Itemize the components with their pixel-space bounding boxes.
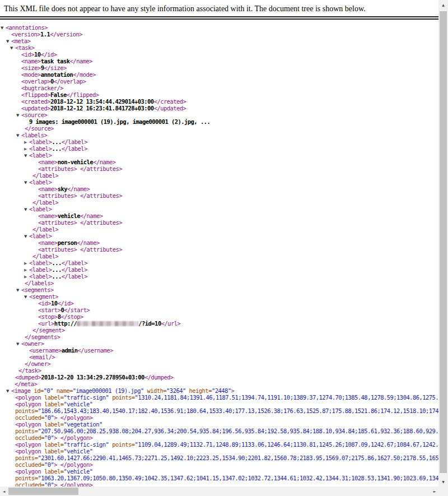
xml-text: /?id=10 bbox=[138, 320, 161, 327]
scroll-left-button[interactable]: ◄ bbox=[0, 486, 8, 496]
expand-arrow-icon[interactable]: ▶ bbox=[24, 146, 29, 152]
xml-line: ▼<task> bbox=[0, 44, 438, 51]
xml-text: annotation bbox=[41, 71, 73, 78]
xml-tag: <label> bbox=[29, 145, 52, 152]
collapse-arrow-icon[interactable]: ▼ bbox=[16, 112, 21, 118]
xml-text: non-vehicle bbox=[58, 159, 94, 165]
xml-tag: <version> bbox=[11, 31, 40, 38]
xml-line: occluded="0"> </polygon> bbox=[0, 434, 438, 441]
xml-attribute-name: label= bbox=[41, 401, 63, 407]
xml-tag: </size> bbox=[44, 64, 66, 71]
collapse-arrow-icon[interactable]: ▼ bbox=[24, 179, 29, 186]
xml-tag: <label> bbox=[29, 206, 52, 212]
xml-line: ▶<label>...</label> bbox=[0, 145, 438, 152]
xml-line: points="186.66,1543.43;183.40,1540.17;18… bbox=[0, 407, 438, 414]
collapse-arrow-icon[interactable]: ▼ bbox=[24, 206, 29, 212]
xml-tag: </version> bbox=[50, 31, 82, 38]
xml-attribute-value: "1063.20,1367.09;1050.80,1350.49;1042.35… bbox=[38, 475, 438, 481]
xml-tag: <task> bbox=[15, 44, 35, 51]
xml-line: 9 images: image000001 (19).jpg, image000… bbox=[0, 118, 438, 125]
xml-attribute-name: points= bbox=[109, 394, 134, 401]
xml-line: <id>10</id> bbox=[0, 300, 438, 307]
xml-attribute-value: "0" bbox=[44, 481, 54, 486]
xml-attribute-name: occluded= bbox=[15, 414, 44, 421]
expand-arrow-icon[interactable]: ▶ bbox=[24, 260, 29, 266]
collapse-arrow-icon[interactable]: ▼ bbox=[10, 45, 15, 51]
xml-tag: <segments> bbox=[21, 286, 54, 293]
xml-tag: <created> bbox=[21, 98, 50, 105]
xml-tag: <stop> bbox=[38, 313, 58, 320]
xml-document-area: This XML file does not appear to have an… bbox=[0, 0, 438, 486]
xml-tag: </label> bbox=[32, 172, 58, 179]
xml-line: ▶<label>...</label> bbox=[0, 138, 438, 145]
xml-tag: <updated> bbox=[21, 105, 50, 112]
xml-attribute-name: label= bbox=[41, 421, 63, 428]
scroll-down-button[interactable]: ▼ bbox=[438, 477, 448, 486]
expand-arrow-icon[interactable]: ▶ bbox=[24, 267, 29, 273]
expand-arrow-icon[interactable]: ▶ bbox=[24, 139, 29, 145]
xml-line: <stop>8</stop> bbox=[0, 313, 438, 320]
xml-line: </label> bbox=[0, 226, 438, 233]
xml-text: ... bbox=[52, 138, 61, 145]
xml-line: ▶<label>...</label> bbox=[0, 259, 438, 266]
xml-attribute-name: points= bbox=[15, 428, 38, 434]
xml-tag: </mode> bbox=[73, 71, 95, 78]
xml-tag: </name> bbox=[67, 186, 90, 192]
xml-text: 2018-12-20 13:34:29.278950+03:00 bbox=[41, 374, 144, 381]
xml-tag: <label> bbox=[29, 273, 52, 280]
xml-line: <polygon label="traffic-sign" points="13… bbox=[0, 394, 438, 401]
scroll-right-button[interactable]: ► bbox=[431, 486, 438, 496]
vertical-scrollbar-thumb[interactable] bbox=[440, 11, 447, 473]
xml-tag: <url> bbox=[38, 320, 54, 327]
xml-tag: </label> bbox=[62, 145, 87, 152]
xml-attribute-value: "2448" bbox=[212, 387, 231, 394]
collapse-arrow-icon[interactable]: ▼ bbox=[16, 341, 21, 347]
xml-text: 9 images: image000001 (19).jpg, image000… bbox=[29, 118, 210, 125]
collapse-arrow-icon[interactable]: ▼ bbox=[16, 132, 21, 138]
horizontal-scrollbar[interactable]: ◄ ► bbox=[0, 486, 438, 496]
xml-tag: <image bbox=[11, 387, 31, 394]
xml-line: <name>person</name> bbox=[0, 239, 438, 246]
redacted-url-blur bbox=[77, 321, 138, 326]
xml-line: </labels> bbox=[0, 280, 438, 286]
collapse-arrow-icon[interactable]: ▼ bbox=[16, 287, 21, 293]
horizontal-scrollbar-thumb[interactable] bbox=[8, 488, 78, 495]
collapse-arrow-icon[interactable]: ▼ bbox=[24, 233, 29, 239]
xml-attribute-name: id= bbox=[31, 387, 44, 394]
xml-attribute-name: label= bbox=[41, 448, 63, 455]
xml-tag: <label> bbox=[29, 179, 52, 186]
xml-tag: </attributes> bbox=[80, 165, 122, 172]
xml-tag: <meta> bbox=[11, 38, 31, 44]
xml-tag: </overlap> bbox=[54, 78, 86, 85]
xml-tag: <name> bbox=[38, 212, 58, 219]
xml-tag: <owner> bbox=[21, 340, 44, 347]
xml-tag: </attributes> bbox=[80, 246, 122, 253]
collapse-arrow-icon[interactable]: ▼ bbox=[1, 25, 6, 31]
xml-tag: <source> bbox=[21, 112, 47, 118]
xml-line: <start>0</start> bbox=[0, 307, 438, 313]
vertical-scrollbar[interactable]: ▲ ▼ bbox=[438, 0, 448, 486]
xml-line: <username>admin</username> bbox=[0, 347, 438, 354]
xml-tag: <attributes> bbox=[38, 165, 77, 172]
xml-line: </meta> bbox=[0, 381, 438, 387]
xml-text: 2018-12-12 13:54:44.429014+03:00 bbox=[50, 98, 154, 105]
xml-tag: </labels> bbox=[25, 280, 54, 286]
collapse-arrow-icon[interactable]: ▼ bbox=[6, 388, 11, 394]
xml-line: ▼<image id="0" name="image000001 (19).jp… bbox=[0, 387, 438, 394]
xml-attribute-name: points= bbox=[15, 475, 38, 481]
xml-text: sky bbox=[58, 186, 67, 192]
xml-line: <name>vehicle</name> bbox=[0, 212, 438, 219]
collapse-arrow-icon[interactable]: ▼ bbox=[6, 38, 11, 44]
scroll-up-icon: ▲ bbox=[442, 3, 445, 7]
xml-line: <overlap>0</overlap> bbox=[0, 78, 438, 85]
xml-attribute-value: "traffic-sign" bbox=[64, 441, 109, 448]
xml-tag: </source> bbox=[25, 125, 54, 132]
scroll-up-button[interactable]: ▲ bbox=[438, 0, 448, 10]
xml-viewer-page: { "header": { "message": "This XML file … bbox=[0, 0, 448, 496]
collapse-arrow-icon[interactable]: ▼ bbox=[24, 152, 29, 159]
xml-tag: > bbox=[231, 387, 235, 394]
xml-attribute-value: "0" bbox=[44, 434, 54, 441]
expand-arrow-icon[interactable]: ▶ bbox=[24, 274, 29, 280]
collapse-arrow-icon[interactable]: ▼ bbox=[24, 294, 29, 300]
xml-tag: </label> bbox=[62, 259, 87, 266]
